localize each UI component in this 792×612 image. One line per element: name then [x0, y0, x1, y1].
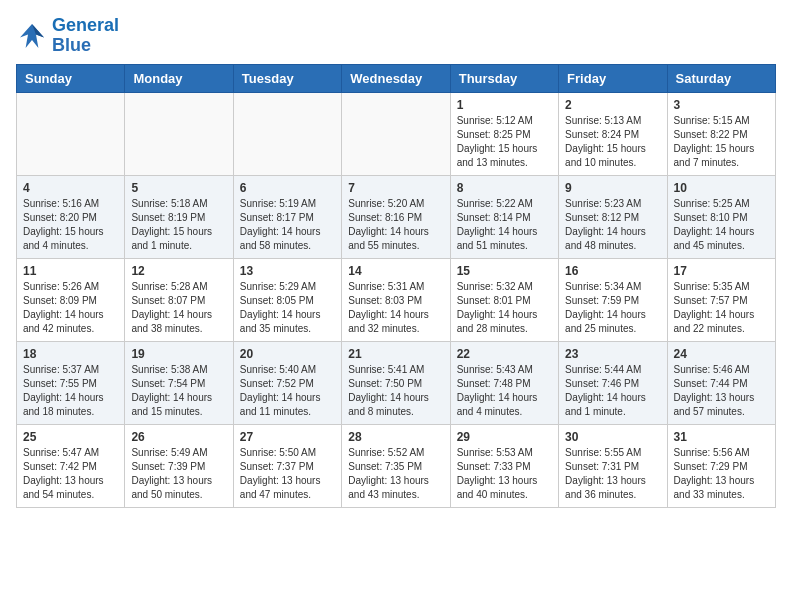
day-number: 6 [240, 181, 335, 195]
logo-bird-icon [16, 20, 48, 52]
calendar-cell: 27Sunrise: 5:50 AM Sunset: 7:37 PM Dayli… [233, 424, 341, 507]
calendar-cell: 29Sunrise: 5:53 AM Sunset: 7:33 PM Dayli… [450, 424, 558, 507]
day-info: Sunrise: 5:25 AM Sunset: 8:10 PM Dayligh… [674, 197, 769, 253]
day-info: Sunrise: 5:44 AM Sunset: 7:46 PM Dayligh… [565, 363, 660, 419]
calendar-cell: 20Sunrise: 5:40 AM Sunset: 7:52 PM Dayli… [233, 341, 341, 424]
calendar-cell: 18Sunrise: 5:37 AM Sunset: 7:55 PM Dayli… [17, 341, 125, 424]
day-number: 13 [240, 264, 335, 278]
calendar-cell [125, 92, 233, 175]
day-number: 5 [131, 181, 226, 195]
calendar-cell: 5Sunrise: 5:18 AM Sunset: 8:19 PM Daylig… [125, 175, 233, 258]
day-of-week-header: Monday [125, 64, 233, 92]
day-number: 30 [565, 430, 660, 444]
day-number: 10 [674, 181, 769, 195]
calendar-cell: 28Sunrise: 5:52 AM Sunset: 7:35 PM Dayli… [342, 424, 450, 507]
day-number: 11 [23, 264, 118, 278]
calendar-cell: 22Sunrise: 5:43 AM Sunset: 7:48 PM Dayli… [450, 341, 558, 424]
day-number: 17 [674, 264, 769, 278]
calendar-cell [342, 92, 450, 175]
day-number: 1 [457, 98, 552, 112]
calendar-cell: 14Sunrise: 5:31 AM Sunset: 8:03 PM Dayli… [342, 258, 450, 341]
calendar-cell: 6Sunrise: 5:19 AM Sunset: 8:17 PM Daylig… [233, 175, 341, 258]
calendar-cell [17, 92, 125, 175]
day-info: Sunrise: 5:19 AM Sunset: 8:17 PM Dayligh… [240, 197, 335, 253]
day-number: 2 [565, 98, 660, 112]
calendar-week-row: 1Sunrise: 5:12 AM Sunset: 8:25 PM Daylig… [17, 92, 776, 175]
calendar-cell: 8Sunrise: 5:22 AM Sunset: 8:14 PM Daylig… [450, 175, 558, 258]
day-info: Sunrise: 5:40 AM Sunset: 7:52 PM Dayligh… [240, 363, 335, 419]
day-number: 4 [23, 181, 118, 195]
day-info: Sunrise: 5:49 AM Sunset: 7:39 PM Dayligh… [131, 446, 226, 502]
day-number: 24 [674, 347, 769, 361]
day-of-week-header: Tuesday [233, 64, 341, 92]
day-info: Sunrise: 5:34 AM Sunset: 7:59 PM Dayligh… [565, 280, 660, 336]
day-number: 22 [457, 347, 552, 361]
day-info: Sunrise: 5:32 AM Sunset: 8:01 PM Dayligh… [457, 280, 552, 336]
day-info: Sunrise: 5:47 AM Sunset: 7:42 PM Dayligh… [23, 446, 118, 502]
calendar-cell: 9Sunrise: 5:23 AM Sunset: 8:12 PM Daylig… [559, 175, 667, 258]
calendar-cell: 15Sunrise: 5:32 AM Sunset: 8:01 PM Dayli… [450, 258, 558, 341]
calendar-cell: 25Sunrise: 5:47 AM Sunset: 7:42 PM Dayli… [17, 424, 125, 507]
day-number: 18 [23, 347, 118, 361]
day-info: Sunrise: 5:38 AM Sunset: 7:54 PM Dayligh… [131, 363, 226, 419]
calendar-cell: 19Sunrise: 5:38 AM Sunset: 7:54 PM Dayli… [125, 341, 233, 424]
day-number: 9 [565, 181, 660, 195]
day-number: 27 [240, 430, 335, 444]
calendar-cell: 13Sunrise: 5:29 AM Sunset: 8:05 PM Dayli… [233, 258, 341, 341]
day-of-week-header: Saturday [667, 64, 775, 92]
day-info: Sunrise: 5:43 AM Sunset: 7:48 PM Dayligh… [457, 363, 552, 419]
calendar-week-row: 18Sunrise: 5:37 AM Sunset: 7:55 PM Dayli… [17, 341, 776, 424]
calendar-cell: 7Sunrise: 5:20 AM Sunset: 8:16 PM Daylig… [342, 175, 450, 258]
day-number: 25 [23, 430, 118, 444]
day-info: Sunrise: 5:28 AM Sunset: 8:07 PM Dayligh… [131, 280, 226, 336]
day-info: Sunrise: 5:52 AM Sunset: 7:35 PM Dayligh… [348, 446, 443, 502]
logo: General Blue [16, 16, 119, 56]
calendar-cell: 16Sunrise: 5:34 AM Sunset: 7:59 PM Dayli… [559, 258, 667, 341]
day-info: Sunrise: 5:31 AM Sunset: 8:03 PM Dayligh… [348, 280, 443, 336]
calendar-cell: 3Sunrise: 5:15 AM Sunset: 8:22 PM Daylig… [667, 92, 775, 175]
day-of-week-header: Thursday [450, 64, 558, 92]
calendar-cell: 26Sunrise: 5:49 AM Sunset: 7:39 PM Dayli… [125, 424, 233, 507]
day-info: Sunrise: 5:12 AM Sunset: 8:25 PM Dayligh… [457, 114, 552, 170]
calendar-cell: 31Sunrise: 5:56 AM Sunset: 7:29 PM Dayli… [667, 424, 775, 507]
calendar-cell: 12Sunrise: 5:28 AM Sunset: 8:07 PM Dayli… [125, 258, 233, 341]
calendar-week-row: 25Sunrise: 5:47 AM Sunset: 7:42 PM Dayli… [17, 424, 776, 507]
calendar-cell: 30Sunrise: 5:55 AM Sunset: 7:31 PM Dayli… [559, 424, 667, 507]
calendar-header-row: SundayMondayTuesdayWednesdayThursdayFrid… [17, 64, 776, 92]
day-number: 12 [131, 264, 226, 278]
day-info: Sunrise: 5:50 AM Sunset: 7:37 PM Dayligh… [240, 446, 335, 502]
day-number: 14 [348, 264, 443, 278]
calendar-cell: 1Sunrise: 5:12 AM Sunset: 8:25 PM Daylig… [450, 92, 558, 175]
day-number: 15 [457, 264, 552, 278]
day-number: 29 [457, 430, 552, 444]
day-info: Sunrise: 5:16 AM Sunset: 8:20 PM Dayligh… [23, 197, 118, 253]
day-info: Sunrise: 5:55 AM Sunset: 7:31 PM Dayligh… [565, 446, 660, 502]
logo-text: General Blue [52, 16, 119, 56]
day-of-week-header: Wednesday [342, 64, 450, 92]
day-number: 8 [457, 181, 552, 195]
day-info: Sunrise: 5:53 AM Sunset: 7:33 PM Dayligh… [457, 446, 552, 502]
day-info: Sunrise: 5:13 AM Sunset: 8:24 PM Dayligh… [565, 114, 660, 170]
day-info: Sunrise: 5:22 AM Sunset: 8:14 PM Dayligh… [457, 197, 552, 253]
day-info: Sunrise: 5:18 AM Sunset: 8:19 PM Dayligh… [131, 197, 226, 253]
calendar-cell: 21Sunrise: 5:41 AM Sunset: 7:50 PM Dayli… [342, 341, 450, 424]
day-info: Sunrise: 5:15 AM Sunset: 8:22 PM Dayligh… [674, 114, 769, 170]
day-info: Sunrise: 5:29 AM Sunset: 8:05 PM Dayligh… [240, 280, 335, 336]
day-of-week-header: Friday [559, 64, 667, 92]
day-number: 26 [131, 430, 226, 444]
calendar-cell: 24Sunrise: 5:46 AM Sunset: 7:44 PM Dayli… [667, 341, 775, 424]
day-info: Sunrise: 5:56 AM Sunset: 7:29 PM Dayligh… [674, 446, 769, 502]
day-number: 21 [348, 347, 443, 361]
day-number: 16 [565, 264, 660, 278]
day-info: Sunrise: 5:23 AM Sunset: 8:12 PM Dayligh… [565, 197, 660, 253]
calendar-week-row: 11Sunrise: 5:26 AM Sunset: 8:09 PM Dayli… [17, 258, 776, 341]
day-info: Sunrise: 5:20 AM Sunset: 8:16 PM Dayligh… [348, 197, 443, 253]
day-number: 23 [565, 347, 660, 361]
calendar-cell [233, 92, 341, 175]
day-number: 7 [348, 181, 443, 195]
calendar-cell: 23Sunrise: 5:44 AM Sunset: 7:46 PM Dayli… [559, 341, 667, 424]
day-of-week-header: Sunday [17, 64, 125, 92]
calendar-week-row: 4Sunrise: 5:16 AM Sunset: 8:20 PM Daylig… [17, 175, 776, 258]
calendar-table: SundayMondayTuesdayWednesdayThursdayFrid… [16, 64, 776, 508]
day-number: 20 [240, 347, 335, 361]
